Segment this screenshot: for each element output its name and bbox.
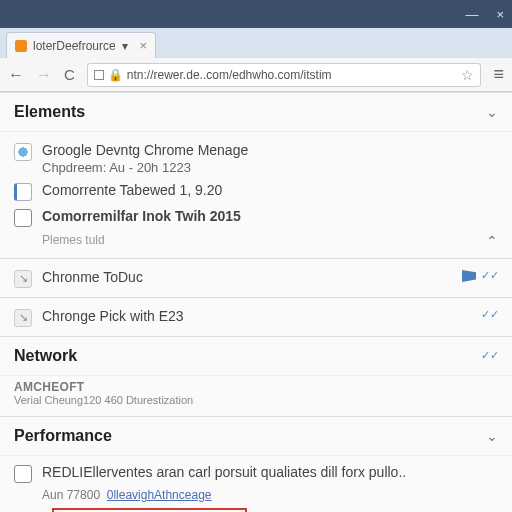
toolbar: ← → C 🔒 ntn://rewer.de..com/edhwho.com/i…	[0, 58, 512, 92]
list-item[interactable]: ↘ Chronge Pick with E23 ✓✓	[14, 304, 498, 330]
reload-button[interactable]: C	[64, 66, 75, 83]
section-network-header[interactable]: Network ✓✓	[0, 336, 512, 376]
item-title: Chronge Pick with E23	[42, 307, 184, 326]
document-icon	[14, 183, 32, 201]
arrow-icon: ↘	[14, 309, 32, 327]
list-item[interactable]: Groogle Devntg Chrome Menage Chpdreem: A…	[14, 138, 498, 178]
chevron-down-icon: ⌄	[486, 428, 498, 444]
address-bar[interactable]: 🔒 ntn://rewer.de..com/edhwho.com/itstim …	[87, 63, 482, 87]
network-meta: AMCHEOFT Verial Cheung120 460 Dturestiza…	[0, 376, 512, 416]
globe-icon	[14, 143, 32, 161]
lock-icon: 🔒	[108, 68, 123, 82]
list-item: Plemes tuld ⌃	[14, 230, 498, 252]
site-info-icon[interactable]	[94, 70, 104, 80]
flag-icon	[462, 270, 476, 282]
check-icon: ✓✓	[482, 307, 498, 323]
item-title: Comorremilfar Inok Twih 2015	[42, 207, 241, 226]
window-titlebar: — ×	[0, 0, 512, 28]
elements-body: Groogle Devntg Chrome Menage Chpdreem: A…	[0, 132, 512, 258]
net-sub: Verial Cheung120 460 Dturestization	[14, 394, 498, 406]
tab-dropdown-icon: ▾	[122, 39, 128, 53]
arrow-icon: ↘	[14, 270, 32, 288]
tab-close-button[interactable]: ×	[139, 38, 147, 53]
list-item[interactable]: Comorrente Tabewed 1, 9.20	[14, 178, 498, 204]
tab-strip: loterDeefrource ▾ ×	[0, 28, 512, 58]
perf-date-line: Aun 77800 0lleavighAthnceage	[14, 488, 498, 502]
performance-body: REDLIEllerventes aran carl porsuit quali…	[0, 456, 512, 512]
perf-date: Aun 77800	[42, 488, 100, 502]
minimize-button[interactable]: —	[465, 7, 478, 22]
list-item[interactable]: REDLIEllerventes aran carl porsuit quali…	[14, 460, 498, 486]
section-elements-header[interactable]: Elements ⌄	[0, 92, 512, 132]
item-title: Comorrente Tabewed 1, 9.20	[42, 181, 222, 200]
section-title: Elements	[14, 103, 85, 121]
page-content: Elements ⌄ Groogle Devntg Chrome Menage …	[0, 92, 512, 512]
forward-button[interactable]: →	[36, 66, 52, 84]
browser-tab[interactable]: loterDeefrource ▾ ×	[6, 32, 156, 58]
perf-headline: REDLIEllerventes aran carl porsuit quali…	[42, 463, 406, 482]
list-item[interactable]: Comorremilfar Inok Twih 2015	[14, 204, 498, 230]
highlighted-url-box[interactable]: - /htm/letPlonslivesOry.com	[52, 508, 247, 512]
perf-link[interactable]: 0lleavighAthnceage	[107, 488, 212, 502]
item-title: Chronme ToDuc	[42, 268, 143, 287]
url-text: ntn://rewer.de..com/edhwho.com/itstim	[127, 68, 332, 82]
chrome-items: ↘ Chronme ToDuc ✓✓	[0, 259, 512, 297]
back-button[interactable]: ←	[8, 66, 24, 84]
check-icon: ✓✓	[482, 348, 498, 364]
check-icon: ✓✓	[482, 268, 498, 284]
list-item[interactable]: ↘ Chronme ToDuc ✓✓	[14, 265, 498, 291]
tab-title: loterDeefrource	[33, 39, 116, 53]
chevron-up-icon[interactable]: ⌃	[486, 233, 498, 249]
window-close-button[interactable]: ×	[496, 7, 504, 22]
section-title: Network	[14, 347, 77, 365]
chevron-down-icon: ⌄	[486, 104, 498, 120]
item-muted: Plemes tuld	[14, 233, 105, 247]
sheet-icon	[14, 209, 32, 227]
hamburger-menu-button[interactable]: ≡	[493, 64, 504, 85]
section-title: Performance	[14, 427, 112, 445]
net-label: AMCHEOFT	[14, 380, 498, 394]
sheet-icon	[14, 465, 32, 483]
bookmark-star-icon[interactable]: ☆	[461, 67, 474, 83]
favicon-icon	[15, 40, 27, 52]
item-subtitle: Chpdreem: Au - 20h 1223	[42, 160, 248, 175]
item-title: Groogle Devntg Chrome Menage	[42, 141, 248, 160]
section-performance-header[interactable]: Performance ⌄	[0, 416, 512, 456]
